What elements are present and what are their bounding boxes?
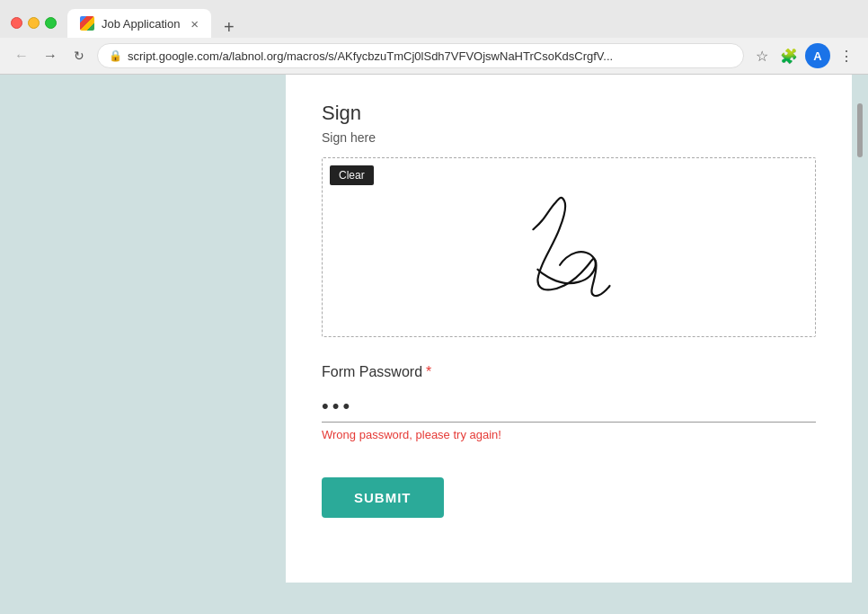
bookmark-icon[interactable]: ☆ <box>751 45 773 67</box>
sign-section-title: Sign <box>322 102 816 125</box>
password-input-wrapper <box>322 391 816 423</box>
signature-canvas-container[interactable]: Clear <box>322 157 816 337</box>
tab-close-icon[interactable]: × <box>190 16 199 31</box>
maximize-window-button[interactable] <box>45 17 57 29</box>
submit-button[interactable]: SUBMIT <box>322 477 444 518</box>
window-controls <box>11 17 57 29</box>
required-star: * <box>426 364 431 380</box>
right-margin <box>852 75 868 583</box>
password-input[interactable] <box>322 391 816 422</box>
page-content: Sign Sign here Clear Form Password * Wro… <box>286 75 852 583</box>
signature-svg <box>323 158 815 336</box>
url-text: script.google.com/a/labnol.org/macros/s/… <box>128 49 613 63</box>
left-margin <box>0 75 286 583</box>
address-bar: ← → ↻ 🔒 script.google.com/a/labnol.org/m… <box>0 38 868 74</box>
title-bar: Job Application × + <box>0 0 868 38</box>
sign-section: Sign Sign here Clear <box>322 102 816 337</box>
reload-button[interactable]: ↻ <box>68 45 90 67</box>
browser-chrome: Job Application × + ← → ↻ 🔒 script.googl… <box>0 0 868 75</box>
page-wrapper: Sign Sign here Clear Form Password * Wro… <box>0 75 868 583</box>
tab-title: Job Application <box>102 17 180 31</box>
toolbar-icons: ☆ 🧩 A ⋮ <box>751 43 857 68</box>
form-password-section: Form Password * Wrong password, please t… <box>322 364 816 441</box>
close-window-button[interactable] <box>11 17 22 29</box>
url-bar[interactable]: 🔒 script.google.com/a/labnol.org/macros/… <box>97 43 744 68</box>
scrollbar-thumb[interactable] <box>857 103 863 157</box>
sign-section-subtitle: Sign here <box>322 130 816 145</box>
browser-tab[interactable]: Job Application × <box>67 9 211 38</box>
forward-button[interactable]: → <box>40 45 61 67</box>
profile-avatar[interactable]: A <box>805 43 830 68</box>
menu-icon[interactable]: ⋮ <box>836 45 857 67</box>
password-error-text: Wrong password, please try again! <box>322 428 816 441</box>
tab-favicon-icon <box>80 16 94 31</box>
extension-icon[interactable]: 🧩 <box>778 45 800 67</box>
clear-signature-button[interactable]: Clear <box>330 165 374 185</box>
minimize-window-button[interactable] <box>28 17 40 29</box>
password-label-text: Form Password <box>322 364 422 380</box>
password-field-label: Form Password * <box>322 364 816 380</box>
new-tab-button[interactable]: + <box>218 17 240 38</box>
lock-icon: 🔒 <box>109 49 122 62</box>
back-button[interactable]: ← <box>11 45 32 67</box>
